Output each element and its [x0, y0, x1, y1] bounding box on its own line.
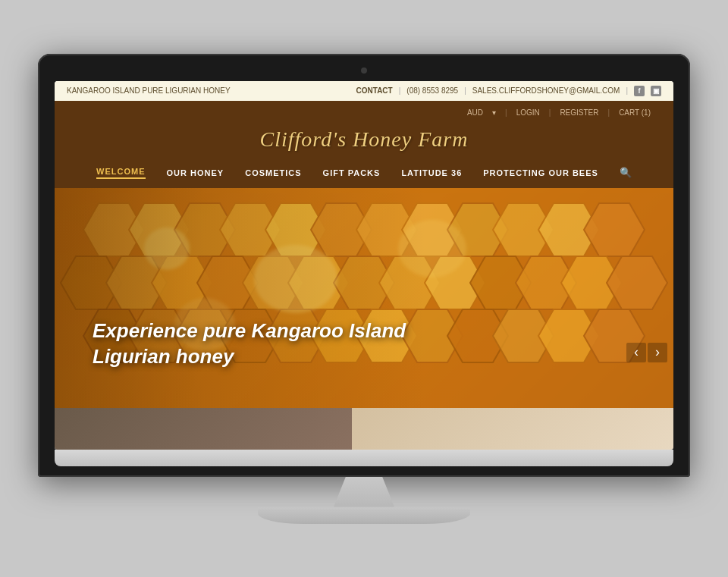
monitor-neck: [334, 477, 394, 507]
thumb-left[interactable]: [55, 408, 352, 450]
login-link[interactable]: LOGIN: [516, 108, 540, 117]
logo-area[interactable]: Clifford's Honey Farm: [77, 123, 651, 159]
nav-item-cosmetics[interactable]: COSMETICS: [245, 168, 301, 177]
contact-link[interactable]: CONTACT: [356, 86, 393, 95]
hero-prev-button[interactable]: ‹: [626, 343, 646, 362]
hero-section: Experience pure Kangaroo Island Ligurian…: [55, 188, 673, 408]
site-header: AUD ▾ | LOGIN | REGISTER | CART (1) Clif…: [55, 101, 673, 188]
cart-link[interactable]: CART (1): [619, 108, 651, 117]
facebook-icon[interactable]: f: [634, 86, 645, 96]
currency-chevron[interactable]: ▾: [492, 108, 496, 117]
nav-item-our-honey[interactable]: OUR HONEY: [167, 168, 224, 177]
monitor-wrapper: KANGAROO ISLAND PURE LIGURIAN HONEY CONT…: [38, 54, 690, 524]
nav-item-latitude36[interactable]: LATITUDE 36: [401, 168, 462, 177]
monitor-chin: [55, 450, 673, 466]
header-top: AUD ▾ | LOGIN | REGISTER | CART (1): [77, 108, 651, 123]
top-bar-right: CONTACT | (08) 8553 8295 | SALES.CLIFFOR…: [356, 86, 661, 96]
hero-overlay: [55, 188, 673, 408]
top-bar: KANGAROO ISLAND PURE LIGURIAN HONEY CONT…: [55, 81, 673, 101]
thumbs-strip: [55, 408, 673, 450]
monitor-screen: KANGAROO ISLAND PURE LIGURIAN HONEY CONT…: [38, 54, 690, 477]
site-logo: Clifford's Honey Farm: [260, 127, 469, 152]
email-address[interactable]: SALES.CLIFFORDSHONEY@GMAIL.COM: [472, 86, 620, 95]
instagram-icon[interactable]: ▣: [651, 86, 661, 96]
monitor-base: [258, 507, 470, 524]
monitor-camera: [361, 67, 367, 74]
separator-2: |: [464, 86, 466, 95]
main-nav: WELCOME OUR HONEY COSMETICS GIFT PACKS L…: [77, 159, 651, 188]
screen-content: KANGAROO ISLAND PURE LIGURIAN HONEY CONT…: [55, 81, 673, 450]
search-icon[interactable]: 🔍: [620, 167, 632, 178]
nav-item-welcome[interactable]: WELCOME: [96, 167, 145, 179]
currency-selector[interactable]: AUD: [467, 108, 483, 117]
hero-next-button[interactable]: ›: [648, 343, 667, 362]
site-name: KANGAROO ISLAND PURE LIGURIAN HONEY: [67, 86, 231, 95]
separator-1: |: [399, 86, 401, 95]
register-link[interactable]: REGISTER: [560, 108, 598, 117]
nav-item-protecting-bees[interactable]: PROTECTING OUR BEES: [483, 168, 598, 177]
phone-number: (08) 8553 8295: [406, 86, 458, 95]
hero-headline: Experience pure Kangaroo Island Ligurian…: [93, 318, 472, 370]
nav-item-gift-packs[interactable]: GIFT PACKS: [323, 168, 381, 177]
thumb-right[interactable]: [352, 408, 673, 450]
separator-3: |: [626, 86, 628, 95]
